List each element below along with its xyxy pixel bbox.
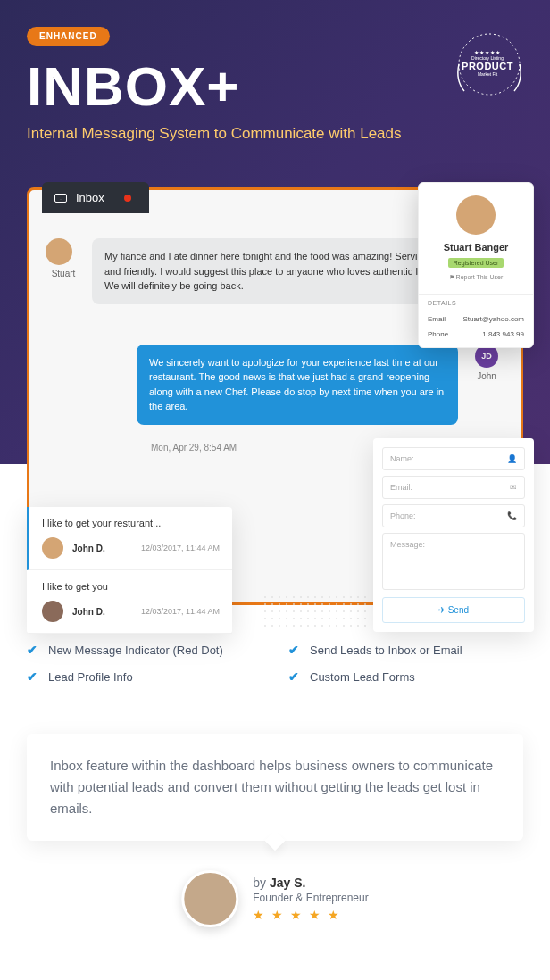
- conversation-subject: I like to get you: [42, 581, 220, 592]
- avatar-label: John: [469, 371, 504, 381]
- avatar: [42, 537, 63, 559]
- author-name-line: by Jay S.: [253, 876, 368, 890]
- conversation-subject: I like to get your resturant...: [42, 518, 220, 528]
- profile-card: Stuart Banger Registered User ⚑ Report T…: [418, 182, 534, 348]
- label: Email: [428, 315, 446, 323]
- mail-icon: ✉: [510, 483, 517, 492]
- author-role: Founder & Entrepreneur: [253, 892, 368, 904]
- avatar: [42, 601, 63, 622]
- value: Stuart@yahoo.com: [462, 315, 524, 323]
- label: Phone: [428, 330, 448, 338]
- badge-prod: PRODUCT: [462, 61, 513, 71]
- features-grid: ✔New Message Indicator (Red Dot) ✔Send L…: [27, 643, 523, 684]
- lead-form: Name:👤 Email:✉ Phone:📞 Message: ✈ Send: [373, 438, 534, 632]
- conversation-name: John D.: [72, 544, 132, 553]
- conversation-time: 12/03/2017, 11:44 AM: [141, 607, 220, 616]
- mockup-area: Inbox Stuart My fiancé and I ate dinner …: [27, 187, 523, 616]
- inbox-tab-label: Inbox: [76, 191, 104, 204]
- red-dot-indicator: [124, 195, 131, 202]
- testimonial-author: by Jay S. Founder & Entrepreneur ★ ★ ★ ★…: [181, 870, 368, 927]
- phone-icon: 📞: [507, 511, 517, 520]
- feature-item: ✔Lead Profile Info: [27, 669, 262, 684]
- name-field[interactable]: Name:👤: [382, 447, 525, 470]
- avatar: [46, 238, 72, 265]
- message-bubble: We sincerely want to apologize for your …: [137, 345, 458, 425]
- profile-phone-row: Phone 1 843 943 99: [419, 327, 533, 347]
- conversation-item[interactable]: I like to get you John D. 12/03/2017, 11…: [27, 570, 232, 634]
- product-badge: ★★★★★ Directory Listing PRODUCT Market F…: [450, 25, 525, 100]
- inbox-tab[interactable]: Inbox: [42, 182, 149, 213]
- check-icon: ✔: [288, 669, 299, 684]
- check-icon: ✔: [288, 643, 299, 657]
- check-icon: ✔: [27, 669, 38, 684]
- profile-name: Stuart Banger: [431, 242, 521, 253]
- author-avatar: [181, 870, 238, 927]
- decorative-dots: [262, 594, 369, 629]
- user-icon: 👤: [507, 454, 517, 463]
- hero-title: INBOX+: [27, 54, 523, 118]
- feature-item: ✔New Message Indicator (Red Dot): [27, 643, 262, 657]
- send-button[interactable]: ✈ Send: [382, 597, 525, 623]
- testimonial-quote: Inbox feature within the dashboard helps…: [27, 734, 523, 841]
- conversation-list: I like to get your resturant... John D. …: [27, 507, 232, 634]
- conversation-time: 12/03/2017, 11:44 AM: [141, 544, 220, 552]
- feature-item: ✔Send Leads to Inbox or Email: [288, 643, 523, 657]
- badge-stars: ★★★★★: [462, 49, 513, 55]
- enhanced-badge: ENHANCED: [27, 27, 110, 46]
- details-header: DETAILS: [419, 294, 533, 311]
- avatar-label: Stuart: [46, 269, 81, 278]
- value: 1 843 943 99: [482, 330, 524, 338]
- author-stars: ★ ★ ★ ★ ★: [253, 908, 368, 922]
- badge-fit: Market Fit: [462, 71, 513, 77]
- mail-icon: [54, 194, 67, 203]
- profile-email-row: Email Stuart@yahoo.com: [419, 311, 533, 327]
- phone-field[interactable]: Phone:📞: [382, 504, 525, 527]
- check-icon: ✔: [27, 643, 38, 657]
- message-row: We sincerely want to apologize for your …: [46, 345, 504, 425]
- profile-avatar: [456, 195, 496, 235]
- profile-tag: Registered User: [448, 258, 504, 268]
- email-field[interactable]: Email:✉: [382, 476, 525, 499]
- feature-item: ✔Custom Lead Forms: [288, 669, 523, 684]
- conversation-name: John D.: [72, 607, 132, 617]
- send-icon: ✈: [438, 605, 446, 615]
- report-user-link[interactable]: ⚑ Report This User: [431, 274, 521, 281]
- hero-subtitle: Internal Messaging System to Communicate…: [27, 125, 523, 143]
- message-field[interactable]: Message:: [382, 533, 525, 590]
- conversation-item[interactable]: I like to get your resturant... John D. …: [27, 507, 232, 570]
